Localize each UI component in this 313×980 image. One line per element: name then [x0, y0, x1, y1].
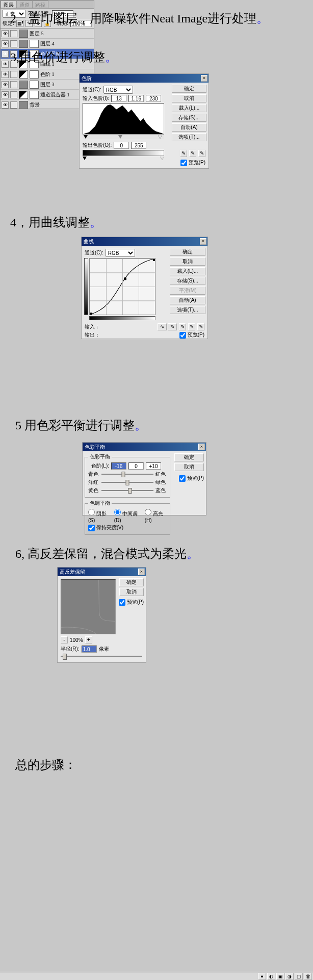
visibility-eye-icon[interactable]: 👁 [2, 91, 9, 98]
curves-cancel-button[interactable]: 取消 [170, 257, 205, 266]
cb-slider-1[interactable]: 洋红绿色 [88, 479, 167, 486]
levels-out-white[interactable] [131, 142, 146, 149]
hp-cancel-button[interactable]: 取消 [119, 588, 144, 596]
visibility-eye-icon[interactable]: 👁 [2, 40, 9, 47]
cb-cancel-button[interactable]: 取消 [174, 463, 204, 471]
visibility-eye-icon[interactable]: 👁 [2, 61, 9, 68]
cb-levels-label: 色阶(L): [91, 462, 109, 470]
hp-titlebar[interactable]: 高反差保留 × [58, 568, 146, 576]
visibility-eye-icon[interactable]: 👁 [2, 50, 9, 58]
new-layer-icon[interactable]: ▢ [295, 973, 303, 980]
eyedropper-gray-icon[interactable]: ✎ [188, 323, 195, 330]
levels-auto-button[interactable]: 自动(A) [172, 123, 206, 132]
visibility-eye-icon[interactable]: 👁 [2, 81, 9, 88]
cb-shadows-radio[interactable]: 阴影(S) [88, 509, 110, 523]
cb-ok-button[interactable]: 确定 [174, 453, 204, 461]
svg-rect-1 [90, 313, 92, 315]
curves-titlebar[interactable]: 曲线 × [82, 237, 207, 246]
eyedropper-white-icon[interactable]: ✎ [198, 150, 205, 157]
curves-preview-checkbox[interactable]: 预览(P) [179, 331, 204, 339]
cb-slider-2[interactable]: 黄色蓝色 [88, 487, 167, 494]
eyedropper-black-icon[interactable]: ✎ [180, 150, 187, 157]
visibility-eye-icon[interactable]: 👁 [2, 30, 9, 37]
layer-thumb-icon [19, 81, 28, 89]
tab-channels[interactable]: 通道 [16, 1, 33, 8]
mask-thumb-icon [30, 40, 39, 48]
curves-save-button[interactable]: 存储(S)... [170, 277, 205, 285]
layer-name: 背景 [30, 101, 40, 109]
eyedropper-black-icon[interactable]: ✎ [179, 323, 186, 330]
cb-highlights-radio[interactable]: 高光(H) [145, 509, 167, 523]
hp-ok-button[interactable]: 确定 [119, 578, 144, 586]
cb-midtones-radio[interactable]: 中间调(D) [114, 509, 141, 523]
levels-options-button[interactable]: 选项(T)... [172, 133, 206, 141]
levels-cancel-button[interactable]: 取消 [172, 94, 206, 102]
hp-zoom-in-button[interactable]: + [85, 636, 92, 643]
adjustment-layer-icon[interactable]: ◑ [285, 973, 294, 980]
link-icon[interactable] [10, 91, 17, 98]
cb-slider-0[interactable]: 青色红色 [88, 471, 167, 478]
hp-preview-image[interactable] [61, 579, 116, 634]
close-icon[interactable]: × [200, 238, 206, 245]
link-icon[interactable] [10, 81, 17, 88]
curves-load-button[interactable]: 载入(L)... [170, 267, 205, 275]
hp-radius-input[interactable] [82, 646, 97, 653]
visibility-eye-icon[interactable]: 👁 [2, 71, 9, 78]
cb-value-3[interactable] [146, 462, 161, 470]
levels-preview-checkbox[interactable]: 预览(P) [180, 159, 205, 166]
link-icon[interactable] [10, 71, 17, 78]
cb-titlebar[interactable]: 色彩平衡 × [83, 443, 206, 451]
layer-row[interactable]: 👁图层 4 [1, 39, 94, 49]
adjustment-thumb-icon [19, 91, 28, 99]
cb-preserve-checkbox[interactable]: 保持亮度(V) [88, 524, 167, 531]
curves-channel-select[interactable]: RGB [106, 249, 135, 257]
hp-radius-slider[interactable] [61, 654, 142, 659]
link-icon[interactable] [10, 40, 17, 47]
link-icon[interactable] [10, 30, 17, 37]
cb-value-2[interactable] [128, 462, 144, 470]
layer-row[interactable]: 👁图层 5 [1, 29, 94, 39]
levels-ok-button[interactable]: 确定 [172, 85, 206, 93]
levels-out-black[interactable] [114, 142, 129, 149]
curves-smooth-button[interactable]: 平滑(M) [170, 287, 205, 295]
levels-output-slider[interactable] [83, 157, 164, 161]
levels-channel-select[interactable]: RGB [103, 86, 133, 94]
levels-channel-label: 通道(C): [83, 86, 101, 93]
levels-in-white[interactable] [146, 95, 161, 102]
curves-grid[interactable] [89, 258, 155, 315]
layer-set-icon[interactable]: ▣ [276, 973, 284, 980]
levels-input-slider[interactable] [83, 135, 164, 139]
close-icon[interactable]: × [201, 75, 207, 82]
tab-paths[interactable]: 路径 [32, 1, 48, 8]
step-4-text: 4，用曲线调整。 [10, 214, 102, 230]
trash-icon[interactable]: 🗑 [304, 973, 312, 980]
curves-ok-button[interactable]: 确定 [170, 248, 205, 256]
link-icon[interactable] [10, 101, 17, 109]
levels-titlebar[interactable]: 色阶 × [80, 74, 208, 83]
eyedropper-gray-icon[interactable]: ✎ [189, 150, 196, 157]
close-icon[interactable]: × [198, 444, 205, 450]
close-icon[interactable]: × [138, 569, 145, 575]
curve-point-tool-icon[interactable]: ∿ [158, 323, 167, 330]
hp-zoom-out-button[interactable]: - [61, 636, 68, 643]
cb-value-1[interactable] [111, 462, 126, 470]
layer-mask-icon[interactable]: ◐ [267, 973, 275, 980]
curves-title: 曲线 [84, 237, 94, 246]
curves-output-label: 输出： [85, 332, 100, 338]
curves-auto-button[interactable]: 自动(A) [170, 296, 205, 304]
levels-in-black[interactable] [111, 95, 126, 102]
levels-save-button[interactable]: 存储(S)... [172, 114, 206, 122]
hp-preview-checkbox[interactable]: 预览(P) [119, 599, 144, 606]
cb-title: 色彩平衡 [85, 443, 105, 451]
cb-preview-checkbox[interactable]: 预览(P) [179, 475, 204, 482]
tab-layers[interactable]: 图层 [1, 1, 17, 8]
cb-colors-group: 色彩平衡 色阶(L): 青色红色洋红绿色黄色蓝色 [85, 453, 170, 498]
eyedropper-white-icon[interactable]: ✎ [197, 323, 204, 330]
curve-pencil-tool-icon[interactable]: ✎ [168, 323, 177, 330]
levels-load-button[interactable]: 载入(L)... [172, 104, 206, 112]
curves-options-button[interactable]: 选项(T)... [170, 306, 205, 314]
hp-title: 高反差保留 [60, 568, 85, 576]
layer-style-icon[interactable]: ● [258, 973, 266, 980]
visibility-eye-icon[interactable]: 👁 [2, 101, 9, 109]
levels-in-gamma[interactable] [128, 95, 144, 102]
